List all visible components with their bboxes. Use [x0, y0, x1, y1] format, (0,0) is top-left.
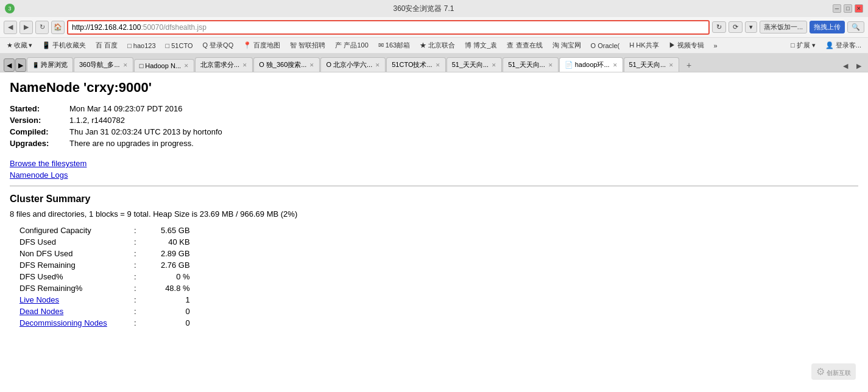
- info-row-started: Started: Mon Mar 14 09:23:07 PDT 2016: [10, 103, 858, 114]
- compiled-label: Compiled:: [10, 127, 65, 136]
- cluster-value-live-nodes: 1: [141, 295, 190, 304]
- cluster-value-decommissioning-nodes: 0: [141, 318, 190, 327]
- close-button[interactable]: ✕: [855, 4, 863, 13]
- favorites-label: 收藏: [14, 41, 27, 50]
- tab-scroll-right[interactable]: ▶: [853, 61, 864, 71]
- tab-close-51tianxiang2[interactable]: ✕: [548, 62, 553, 68]
- cluster-row-dfs-used-pct: DFS Used% : 0 %: [19, 271, 858, 282]
- bookmark-more[interactable]: »: [711, 41, 721, 50]
- tab-hadoop[interactable]: □ Hadoop N... ✕: [134, 59, 194, 72]
- new-tab-button[interactable]: +: [682, 58, 696, 72]
- decommissioning-nodes-link[interactable]: Decommissioning Nodes: [19, 318, 107, 327]
- upgrades-value: There are no upgrades in progress.: [69, 139, 194, 148]
- upgrades-label: Upgrades:: [10, 139, 65, 148]
- menu-text[interactable]: 蒸米饭加一...: [760, 21, 807, 33]
- bookmark-video[interactable]: ▶ 视频专辑: [666, 40, 707, 51]
- tab-scroll-left[interactable]: ◀: [840, 61, 851, 71]
- home-button[interactable]: 🏠: [51, 21, 65, 34]
- bookmark-chaxun[interactable]: 查 查查在线: [504, 40, 545, 51]
- tab-360search[interactable]: O 独_360搜索... ✕: [253, 57, 320, 72]
- bookmark-51cto[interactable]: □ 51CTO: [163, 41, 196, 50]
- browser-logo: 3: [5, 4, 15, 13]
- bookmark-zhilian[interactable]: 智 智联招聘: [287, 40, 328, 51]
- tab-51cto[interactable]: 51CTO技术... ✕: [386, 57, 445, 72]
- cluster-row-live-nodes: Live Nodes : 1: [19, 294, 858, 306]
- tab-nav-next[interactable]: ▶: [15, 58, 26, 72]
- tabs-bar: ◀ ▶ 📱 跨屏浏览 360导航_多... ✕ □ Hadoop N... ✕ …: [0, 54, 868, 72]
- address-bar[interactable]: http://192.168.42.100:50070/dfshealth.js…: [67, 20, 710, 35]
- tab-close-360search[interactable]: ✕: [309, 62, 314, 68]
- cluster-value-dead-nodes: 0: [141, 307, 190, 316]
- bookmark-favorites[interactable]: ★ 收藏 ▾: [4, 40, 35, 51]
- cluster-row-dfs-remaining: DFS Remaining : 2.76 GB: [19, 259, 858, 271]
- dropdown-icon[interactable]: ▾: [745, 21, 757, 33]
- cluster-summary-title: Cluster Summary: [10, 194, 858, 205]
- forward-button[interactable]: ▶: [19, 21, 33, 34]
- tab-close-51tianxiang3[interactable]: ✕: [669, 62, 674, 68]
- tab-bjschool[interactable]: O 北京小学六... ✕: [320, 57, 386, 72]
- tab-close-51cto[interactable]: ✕: [436, 62, 440, 68]
- url-port: :50070: [141, 23, 163, 32]
- tab-close-beijing[interactable]: ✕: [242, 62, 247, 68]
- bookmark-map[interactable]: 📍 百度地图: [240, 40, 283, 51]
- bookmark-mobile[interactable]: 📱 手机收藏夹: [39, 40, 89, 51]
- bookmark-qq[interactable]: Q 登录QQ: [200, 40, 237, 51]
- refresh-icon[interactable]: ↻: [712, 21, 726, 33]
- cluster-value-dfs-used-pct: 0 %: [141, 272, 190, 281]
- reload-button[interactable]: ↻: [35, 21, 49, 34]
- tab-kuaping[interactable]: 📱 跨屏浏览: [27, 57, 73, 72]
- tab-51tianxiang3[interactable]: 51_天天向... ✕: [624, 57, 680, 72]
- dead-nodes-link[interactable]: Dead Nodes: [19, 307, 63, 316]
- cluster-summary-text: 8 files and directories, 1 blocks = 9 to…: [10, 209, 858, 219]
- divider: [10, 186, 858, 186]
- bookmark-product100[interactable]: 产 产品100: [332, 40, 371, 51]
- started-value: Mon Mar 14 09:23:07 PDT 2016: [69, 104, 183, 113]
- namenode-logs-link[interactable]: Namenode Logs: [10, 170, 858, 180]
- nav-right-buttons: ↻ ⟳ ▾ 蒸米饭加一... 拖拽上传 🔍: [712, 21, 864, 33]
- bookmark-baidu[interactable]: 百 百度: [93, 40, 121, 51]
- bookmark-taobao[interactable]: 淘 淘宝网: [549, 40, 584, 51]
- tab-close-bjschool[interactable]: ✕: [375, 62, 380, 68]
- tab-close-51tianxiang1[interactable]: ✕: [492, 62, 496, 68]
- search-button[interactable]: 🔍: [847, 21, 864, 33]
- compiled-value: Thu Jan 31 02:03:24 UTC 2013 by hortonfo: [69, 127, 222, 136]
- cluster-value-non-dfs-used: 2.89 GB: [141, 249, 190, 258]
- info-table: Started: Mon Mar 14 09:23:07 PDT 2016 Ve…: [10, 103, 858, 149]
- maximize-button[interactable]: □: [844, 4, 852, 13]
- bookmark-hk[interactable]: H HK共享: [626, 40, 662, 51]
- tab-close-hadoopenv[interactable]: ✕: [613, 62, 618, 68]
- cluster-label-dfs-used: DFS Used: [19, 237, 129, 247]
- tab-close-360nav[interactable]: ✕: [123, 62, 128, 68]
- bookmarks-bar: ★ 收藏 ▾ 📱 手机收藏夹 百 百度 □ hao123 □ 51CTO Q 登…: [0, 38, 868, 54]
- back-button[interactable]: ◀: [4, 21, 17, 34]
- browser-chrome: 3 360安全浏览器 7.1 ─ □ ✕ ◀ ▶ ↻ 🏠 http://192.…: [0, 0, 868, 72]
- cluster-summary-section: Cluster Summary 8 files and directories,…: [10, 194, 858, 329]
- extension-icon[interactable]: 拖拽上传: [810, 21, 845, 33]
- bookmark-bowen[interactable]: 博 博文_袁: [462, 40, 500, 51]
- info-row-compiled: Compiled: Thu Jan 31 02:03:24 UTC 2013 b…: [10, 126, 858, 138]
- cluster-label-non-dfs-used: Non DFS Used: [19, 249, 129, 258]
- tab-hadoopenv[interactable]: 📄 hadoop环... ✕: [559, 57, 623, 72]
- live-nodes-link[interactable]: Live Nodes: [19, 295, 59, 304]
- tab-nav-prev[interactable]: ◀: [4, 58, 15, 72]
- tab-51tianxiang2[interactable]: 51_天天向... ✕: [503, 57, 559, 72]
- minimize-button[interactable]: ─: [833, 4, 841, 13]
- tab-close-hadoop[interactable]: ✕: [184, 63, 189, 69]
- cluster-table: Configured Capacity : 5.65 GB DFS Used :…: [19, 225, 858, 329]
- bookmark-login[interactable]: 👤 登录客...: [822, 40, 864, 51]
- tab-51tianxiang1[interactable]: 51_天天向... ✕: [446, 57, 503, 72]
- browse-filesystem-link[interactable]: Browse the filesystem: [10, 159, 858, 168]
- version-label: Version:: [10, 116, 65, 125]
- title-bar: 3 360安全浏览器 7.1 ─ □ ✕: [0, 0, 868, 17]
- cluster-row-decommissioning-nodes: Decommissioning Nodes : 0: [19, 317, 858, 329]
- window-controls: ─ □ ✕: [833, 4, 863, 13]
- bookmark-expand[interactable]: □ 扩展 ▾: [788, 40, 819, 51]
- tab-beijing[interactable]: 北京需求分... ✕: [195, 57, 253, 72]
- cluster-label-live-nodes: Live Nodes: [19, 295, 129, 304]
- bookmark-oracle[interactable]: O Oracle(: [588, 41, 623, 50]
- bookmark-163[interactable]: ✉ 163邮箱: [375, 40, 413, 51]
- sync-icon[interactable]: ⟳: [729, 21, 743, 33]
- bookmark-hao123[interactable]: □ hao123: [124, 41, 158, 50]
- tab-360nav[interactable]: 360导航_多... ✕: [74, 57, 133, 72]
- bookmark-bjlh[interactable]: ★ 北京联合: [417, 40, 458, 51]
